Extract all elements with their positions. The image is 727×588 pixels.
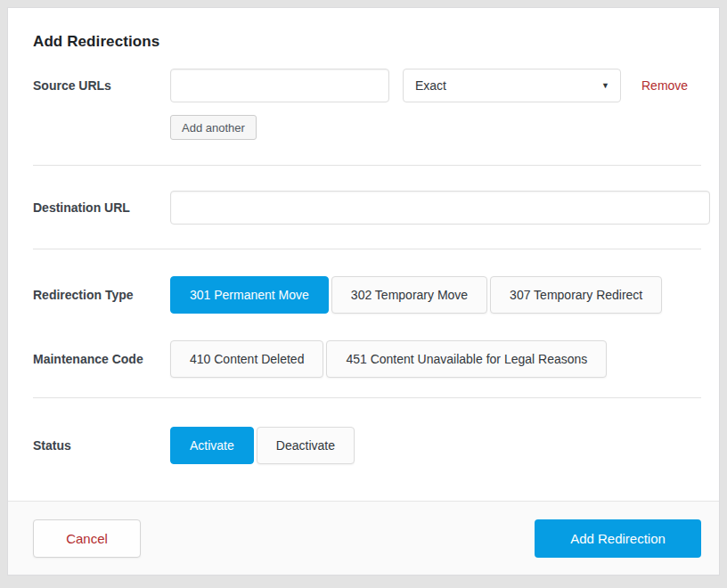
status-row: Status Activate Deactivate xyxy=(33,427,701,464)
redirect-type-302-button[interactable]: 302 Temporary Move xyxy=(331,276,487,314)
redirection-type-group: 301 Permanent Move 302 Temporary Move 30… xyxy=(170,276,701,314)
section-divider xyxy=(33,249,701,249)
source-urls-label: Source URLs xyxy=(33,69,170,102)
maintenance-code-group: 410 Content Deleted 451 Content Unavaila… xyxy=(170,340,701,378)
destination-url-fields xyxy=(170,191,710,225)
source-url-line: Exact ▼ Remove xyxy=(170,69,701,102)
section-divider xyxy=(33,397,701,398)
source-urls-fields: Exact ▼ Remove Add another xyxy=(170,69,701,140)
cancel-button[interactable]: Cancel xyxy=(33,519,141,558)
redirection-type-label: Redirection Type xyxy=(33,288,170,302)
remove-source-link[interactable]: Remove xyxy=(641,78,688,93)
destination-url-input[interactable] xyxy=(170,191,710,225)
source-url-input[interactable] xyxy=(170,69,389,102)
panel-footer: Cancel Add Redirection xyxy=(8,501,719,575)
match-type-selected-value: Exact xyxy=(415,78,446,93)
maintenance-code-row: Maintenance Code 410 Content Deleted 451… xyxy=(33,340,701,378)
redirect-type-301-button[interactable]: 301 Permanent Move xyxy=(170,276,329,314)
redirection-type-row: Redirection Type 301 Permanent Move 302 … xyxy=(33,276,701,314)
maintenance-code-label: Maintenance Code xyxy=(33,352,170,366)
status-activate-button[interactable]: Activate xyxy=(170,427,254,464)
add-another-button[interactable]: Add another xyxy=(170,115,257,140)
add-redirection-button[interactable]: Add Redirection xyxy=(535,519,701,558)
redirect-type-307-button[interactable]: 307 Temporary Redirect xyxy=(490,276,662,314)
status-label: Status xyxy=(33,438,170,453)
status-group: Activate Deactivate xyxy=(170,427,701,464)
section-divider xyxy=(33,165,701,166)
destination-url-row: Destination URL xyxy=(33,191,701,225)
page-title: Add Redirections xyxy=(33,33,701,51)
chevron-down-icon: ▼ xyxy=(601,81,609,90)
match-type-select[interactable]: Exact ▼ xyxy=(403,69,621,102)
maintenance-code-410-button[interactable]: 410 Content Deleted xyxy=(170,340,323,378)
panel-content: Add Redirections Source URLs Exact ▼ Rem… xyxy=(8,8,719,501)
maintenance-code-451-button[interactable]: 451 Content Unavailable for Legal Reason… xyxy=(326,340,607,378)
add-redirections-panel: Add Redirections Source URLs Exact ▼ Rem… xyxy=(7,7,720,576)
source-urls-row: Source URLs Exact ▼ Remove Add another xyxy=(33,69,701,140)
destination-url-label: Destination URL xyxy=(33,200,170,215)
status-deactivate-button[interactable]: Deactivate xyxy=(257,427,355,464)
